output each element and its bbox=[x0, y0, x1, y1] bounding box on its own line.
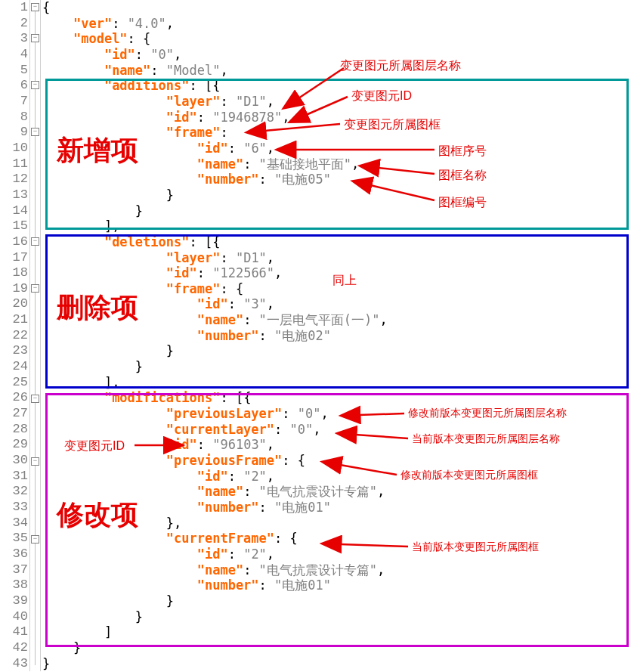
json-key: "number" bbox=[197, 578, 259, 593]
code-area[interactable]: { "ver": "4.0", "model": { "id": "0", "n… bbox=[41, 0, 634, 671]
line-number: 1 bbox=[0, 0, 28, 16]
json-key: "id" bbox=[166, 437, 197, 452]
json-key: "id" bbox=[197, 469, 228, 484]
json-key: "name" bbox=[197, 484, 243, 499]
json-key: "id" bbox=[197, 547, 228, 562]
line-number: 42 bbox=[0, 640, 28, 656]
line-number: 27 bbox=[0, 406, 28, 422]
json-key: "deletions" bbox=[104, 234, 190, 249]
json-value: "一层电气平面(一)" bbox=[259, 312, 380, 327]
line-number: 25 bbox=[0, 375, 28, 391]
line-number: 43 bbox=[0, 656, 28, 672]
line-number: 4 bbox=[0, 47, 28, 63]
json-value: "电气抗震设计专篇" bbox=[259, 484, 377, 499]
line-number: 5 bbox=[0, 63, 28, 79]
line-number: 15 bbox=[0, 218, 28, 234]
json-value: "122566" bbox=[212, 265, 274, 280]
line-number: 3 bbox=[0, 31, 28, 47]
line-number: 29 bbox=[0, 437, 28, 453]
json-value: "0" bbox=[150, 47, 174, 62]
json-key: "layer" bbox=[166, 94, 221, 109]
line-number: 41 bbox=[0, 624, 28, 640]
line-number: 24 bbox=[0, 359, 28, 375]
line-number: 32 bbox=[0, 484, 28, 500]
json-key: "number" bbox=[197, 172, 259, 187]
json-key: "number" bbox=[197, 500, 259, 515]
json-key: "previousLayer" bbox=[166, 406, 283, 421]
json-key: "additions" bbox=[104, 78, 190, 93]
json-value: "96103" bbox=[212, 437, 267, 452]
json-key: "previousFrame" bbox=[166, 453, 283, 468]
json-key: "name" bbox=[104, 63, 150, 78]
line-number: 9 bbox=[0, 125, 28, 141]
line-number: 12 bbox=[0, 172, 28, 187]
line-number: 8 bbox=[0, 110, 28, 125]
code-editor: 1234567891011121314151617181920212223242… bbox=[0, 0, 634, 671]
line-number: 37 bbox=[0, 562, 28, 578]
json-key: "name" bbox=[197, 312, 243, 327]
json-value: "电施02" bbox=[274, 328, 331, 343]
line-number: 14 bbox=[0, 203, 28, 219]
line-number: 13 bbox=[0, 187, 28, 203]
json-key: "model" bbox=[73, 31, 128, 46]
fold-icon[interactable]: − bbox=[31, 128, 39, 136]
line-number: 2 bbox=[0, 16, 28, 32]
json-value: "基础接地平面" bbox=[259, 156, 351, 172]
fold-icon[interactable]: − bbox=[31, 284, 39, 293]
json-value: "4.0" bbox=[128, 16, 166, 31]
fold-icon[interactable]: − bbox=[31, 237, 39, 246]
json-key: "frame" bbox=[166, 125, 221, 140]
line-number: 16 bbox=[0, 234, 28, 250]
fold-icon[interactable]: − bbox=[31, 395, 39, 403]
json-key: "id" bbox=[166, 110, 197, 125]
json-key: "id" bbox=[197, 296, 228, 311]
json-key: "name" bbox=[197, 562, 243, 578]
json-value: "电施01" bbox=[274, 578, 331, 593]
json-value: "0" bbox=[298, 406, 321, 421]
line-number: 34 bbox=[0, 516, 28, 531]
fold-icon[interactable]: − bbox=[31, 457, 39, 466]
fold-icon[interactable]: − bbox=[31, 81, 39, 89]
json-key: "id" bbox=[197, 141, 228, 156]
line-number: 30 bbox=[0, 453, 28, 469]
line-number: 36 bbox=[0, 547, 28, 562]
json-value: "电气抗震设计专篇" bbox=[259, 562, 377, 578]
json-value: "0" bbox=[290, 422, 314, 437]
line-number: 22 bbox=[0, 328, 28, 344]
json-value: "D1" bbox=[236, 94, 267, 109]
line-number: 40 bbox=[0, 609, 28, 625]
json-key: "layer" bbox=[166, 250, 221, 265]
brace: { bbox=[42, 0, 50, 15]
line-number: 31 bbox=[0, 469, 28, 485]
line-number-gutter: 1234567891011121314151617181920212223242… bbox=[0, 0, 30, 671]
json-key: "id" bbox=[104, 47, 135, 62]
fold-icon[interactable]: − bbox=[31, 535, 39, 543]
json-key: "ver" bbox=[73, 16, 112, 31]
json-key: "modifications" bbox=[104, 390, 221, 405]
json-value: "电施05" bbox=[274, 172, 331, 187]
line-number: 7 bbox=[0, 94, 28, 110]
line-number: 39 bbox=[0, 593, 28, 609]
fold-gutter: − − − − − − − − − bbox=[30, 0, 41, 671]
line-number: 33 bbox=[0, 500, 28, 516]
json-value: "D1" bbox=[236, 250, 267, 265]
fold-icon[interactable]: − bbox=[31, 3, 39, 11]
line-number: 10 bbox=[0, 141, 28, 156]
json-value: "Model" bbox=[166, 63, 221, 78]
line-number: 17 bbox=[0, 250, 28, 266]
line-number: 38 bbox=[0, 578, 28, 593]
json-key: "frame" bbox=[166, 281, 221, 296]
line-number: 26 bbox=[0, 390, 28, 406]
json-value: "2" bbox=[243, 469, 267, 484]
json-value: "3" bbox=[243, 296, 267, 311]
line-number: 20 bbox=[0, 296, 28, 312]
json-value: "2" bbox=[243, 547, 267, 562]
fold-icon[interactable]: − bbox=[31, 34, 39, 42]
line-number: 19 bbox=[0, 281, 28, 297]
json-value: "1946878" bbox=[212, 110, 282, 125]
line-number: 6 bbox=[0, 78, 28, 94]
json-key: "currentLayer" bbox=[166, 422, 274, 437]
json-key: "name" bbox=[197, 156, 243, 172]
line-number: 28 bbox=[0, 422, 28, 438]
line-number: 35 bbox=[0, 531, 28, 547]
